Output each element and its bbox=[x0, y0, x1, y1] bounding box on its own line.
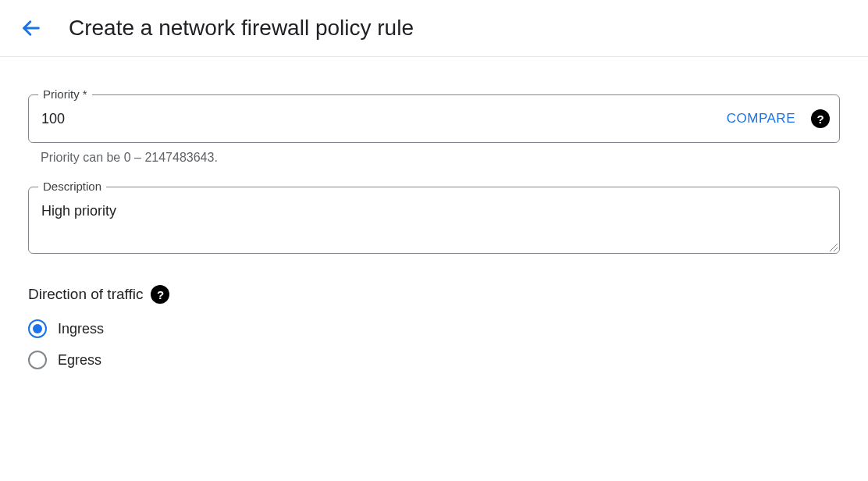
page-title: Create a network firewall policy rule bbox=[69, 16, 414, 41]
direction-section-label: Direction of traffic ? bbox=[28, 285, 840, 304]
help-icon[interactable]: ? bbox=[151, 285, 169, 304]
description-field: Description bbox=[28, 187, 840, 254]
direction-radio-group: Ingress Egress bbox=[28, 319, 840, 369]
help-icon[interactable]: ? bbox=[811, 109, 830, 128]
description-label: Description bbox=[38, 180, 106, 193]
priority-input[interactable] bbox=[41, 111, 711, 127]
priority-field: Priority * COMPARE ? bbox=[28, 94, 840, 143]
priority-label: Priority * bbox=[38, 87, 92, 101]
radio-ingress[interactable]: Ingress bbox=[28, 319, 840, 338]
description-field-wrap: Description bbox=[28, 187, 840, 254]
description-input[interactable] bbox=[41, 201, 827, 239]
radio-label: Ingress bbox=[58, 321, 104, 337]
priority-helper-text: Priority can be 0 – 2147483643. bbox=[41, 151, 840, 165]
radio-circle-icon bbox=[28, 351, 47, 369]
page-header: Create a network firewall policy rule bbox=[0, 0, 868, 57]
radio-circle-icon bbox=[28, 319, 47, 338]
priority-field-wrap: Priority * COMPARE ? bbox=[28, 94, 840, 143]
arrow-left-icon bbox=[20, 17, 42, 39]
compare-button[interactable]: COMPARE bbox=[711, 111, 811, 126]
radio-egress[interactable]: Egress bbox=[28, 351, 840, 369]
back-button[interactable] bbox=[19, 16, 44, 41]
direction-label-text: Direction of traffic bbox=[28, 286, 143, 303]
form-content: Priority * COMPARE ? Priority can be 0 –… bbox=[0, 57, 868, 388]
radio-label: Egress bbox=[58, 352, 101, 369]
